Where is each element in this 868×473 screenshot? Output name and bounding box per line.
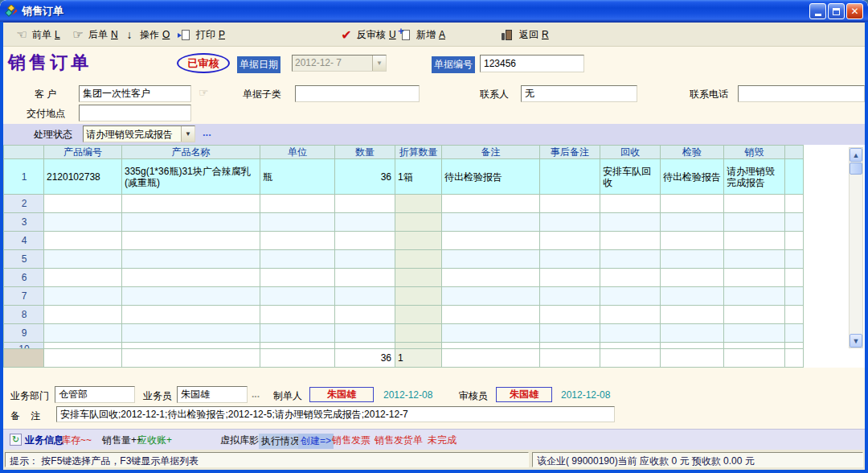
empty-cell[interactable] [540,250,600,269]
process-status-dropdown-button[interactable]: ▼ [181,126,194,142]
salesman-input[interactable] [177,386,248,403]
cell-inspect[interactable]: 待出检验报告 [661,159,724,195]
empty-cell[interactable] [442,306,540,324]
empty-cell[interactable] [540,213,600,232]
empty-cell[interactable] [724,287,785,306]
empty-cell[interactable] [724,306,785,324]
empty-cell[interactable] [661,195,724,213]
vertical-scrollbar[interactable]: ▲ ▼ [849,147,863,348]
empty-cell[interactable] [122,213,260,232]
empty-cell[interactable] [785,195,804,213]
empty-cell[interactable] [785,269,804,287]
filler-cell[interactable] [785,159,804,195]
empty-cell[interactable] [600,324,661,343]
empty-cell[interactable] [540,269,600,287]
process-status-combo[interactable]: 请办理销毁完成报告 ▼ [83,125,195,142]
empty-cell[interactable] [335,269,395,287]
empty-cell[interactable] [335,250,395,269]
maximize-button[interactable] [828,3,845,19]
cell-converted_qty[interactable]: 1箱 [395,159,442,195]
empty-cell[interactable] [44,324,122,343]
empty-cell[interactable] [724,324,785,343]
empty-cell[interactable] [395,213,442,232]
empty-cell[interactable] [44,343,122,349]
doc-date-dropdown-button[interactable]: ▼ [372,56,386,71]
next-record-button[interactable]: ☞ 后单N [71,26,118,43]
cell-unit[interactable]: 瓶 [260,159,335,195]
dept-input[interactable] [55,386,135,403]
sales-volume-link[interactable]: 销售量++ [102,434,142,447]
empty-cell[interactable] [661,269,724,287]
empty-cell[interactable] [335,287,395,306]
empty-cell[interactable] [785,250,804,269]
empty-cell[interactable] [122,324,260,343]
cell-destroy[interactable]: 请办理销毁完成报告 [724,159,785,195]
empty-cell[interactable] [785,287,804,306]
empty-cell[interactable] [260,232,335,250]
cell-product_name[interactable]: 335g(1*36瓶)31块广合辣腐乳(减重瓶) [122,159,260,195]
empty-cell[interactable] [260,287,335,306]
empty-cell[interactable] [395,306,442,324]
empty-cell[interactable] [785,213,804,232]
empty-cell[interactable] [260,269,335,287]
empty-cell[interactable] [661,213,724,232]
close-button[interactable]: ✕ [846,3,863,19]
empty-cell[interactable] [600,195,661,213]
empty-cell[interactable] [442,287,540,306]
cell-post_remark[interactable] [540,159,600,195]
contact-input[interactable] [521,85,637,102]
doc-date-combo[interactable]: 2012-12- 7 ▼ [292,55,387,72]
empty-cell[interactable] [44,195,122,213]
empty-cell[interactable] [442,324,540,343]
subtype-input[interactable] [295,85,420,102]
empty-cell[interactable] [724,250,785,269]
empty-cell[interactable] [335,324,395,343]
scroll-thumb[interactable] [850,162,862,175]
empty-cell[interactable] [724,195,785,213]
empty-cell[interactable] [395,250,442,269]
biz-info-link[interactable]: 业务信息 [25,434,63,447]
cell-product_code[interactable]: 2120102738 [44,159,122,195]
empty-cell[interactable] [335,343,395,349]
empty-cell[interactable] [442,232,540,250]
empty-cell[interactable] [540,306,600,324]
empty-cell[interactable] [122,269,260,287]
empty-cell[interactable] [661,232,724,250]
phone-input[interactable] [738,85,865,102]
empty-cell[interactable] [335,195,395,213]
empty-cell[interactable] [395,324,442,343]
empty-cell[interactable] [540,287,600,306]
empty-cell[interactable] [785,306,804,324]
empty-cell[interactable] [661,250,724,269]
empty-cell[interactable] [600,232,661,250]
print-button[interactable]: 打印P [178,26,225,43]
delivery-input[interactable] [79,105,191,121]
empty-cell[interactable] [335,213,395,232]
empty-cell[interactable] [785,232,804,250]
empty-cell[interactable] [44,250,122,269]
empty-cell[interactable] [44,306,122,324]
customer-input[interactable] [79,85,191,102]
empty-cell[interactable] [122,195,260,213]
empty-cell[interactable] [260,324,335,343]
empty-cell[interactable] [260,250,335,269]
create-button[interactable]: 创建=> [298,434,334,449]
empty-cell[interactable] [395,195,442,213]
empty-cell[interactable] [395,232,442,250]
empty-cell[interactable] [540,232,600,250]
empty-cell[interactable] [661,287,724,306]
empty-cell[interactable] [122,232,260,250]
empty-cell[interactable] [44,269,122,287]
salesman-more-button[interactable]: ... [252,389,260,400]
empty-cell[interactable] [122,306,260,324]
empty-cell[interactable] [122,287,260,306]
empty-cell[interactable] [600,343,661,349]
empty-cell[interactable] [724,269,785,287]
empty-cell[interactable] [260,195,335,213]
empty-cell[interactable] [661,343,724,349]
process-status-more-button[interactable]: ... [203,126,211,138]
empty-cell[interactable] [395,269,442,287]
empty-cell[interactable] [540,324,600,343]
empty-cell[interactable] [335,232,395,250]
empty-cell[interactable] [442,269,540,287]
